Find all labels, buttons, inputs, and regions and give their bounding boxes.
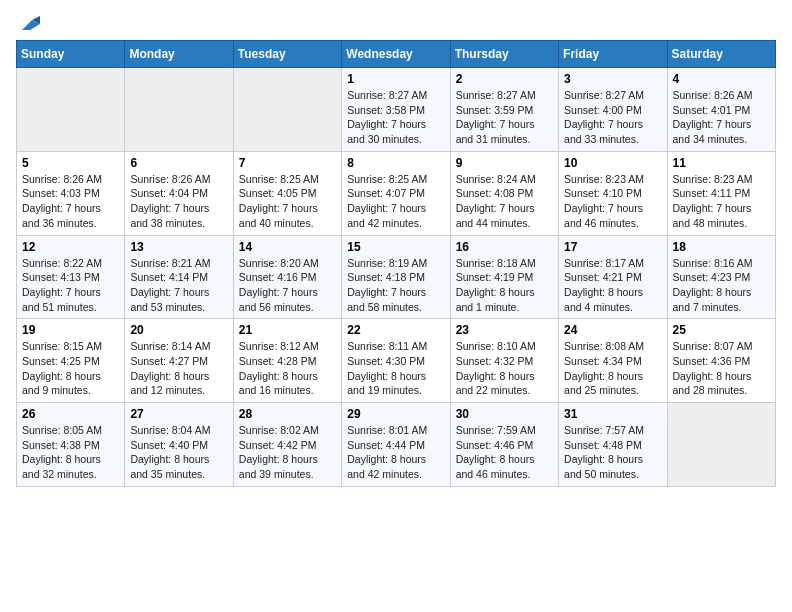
day-number: 19 [22,323,119,337]
day-number: 11 [673,156,770,170]
day-info: Sunrise: 8:04 AMSunset: 4:40 PMDaylight:… [130,423,227,482]
logo-icon [18,16,40,34]
calendar-cell: 7Sunrise: 8:25 AMSunset: 4:05 PMDaylight… [233,151,341,235]
day-number: 23 [456,323,553,337]
calendar-cell: 30Sunrise: 7:59 AMSunset: 4:46 PMDayligh… [450,403,558,487]
calendar-cell: 3Sunrise: 8:27 AMSunset: 4:00 PMDaylight… [559,68,667,152]
calendar-cell: 9Sunrise: 8:24 AMSunset: 4:08 PMDaylight… [450,151,558,235]
calendar-cell: 21Sunrise: 8:12 AMSunset: 4:28 PMDayligh… [233,319,341,403]
header-tuesday: Tuesday [233,41,341,68]
day-number: 25 [673,323,770,337]
calendar-cell: 27Sunrise: 8:04 AMSunset: 4:40 PMDayligh… [125,403,233,487]
calendar-cell: 28Sunrise: 8:02 AMSunset: 4:42 PMDayligh… [233,403,341,487]
day-info: Sunrise: 8:21 AMSunset: 4:14 PMDaylight:… [130,256,227,315]
day-info: Sunrise: 8:15 AMSunset: 4:25 PMDaylight:… [22,339,119,398]
calendar-cell: 10Sunrise: 8:23 AMSunset: 4:10 PMDayligh… [559,151,667,235]
calendar-header: SundayMondayTuesdayWednesdayThursdayFrid… [17,41,776,68]
day-number: 7 [239,156,336,170]
day-number: 8 [347,156,444,170]
calendar-cell: 29Sunrise: 8:01 AMSunset: 4:44 PMDayligh… [342,403,450,487]
day-number: 22 [347,323,444,337]
day-info: Sunrise: 8:26 AMSunset: 4:01 PMDaylight:… [673,88,770,147]
day-info: Sunrise: 8:27 AMSunset: 3:59 PMDaylight:… [456,88,553,147]
day-number: 28 [239,407,336,421]
day-info: Sunrise: 7:57 AMSunset: 4:48 PMDaylight:… [564,423,661,482]
calendar-cell: 16Sunrise: 8:18 AMSunset: 4:19 PMDayligh… [450,235,558,319]
calendar-cell: 17Sunrise: 8:17 AMSunset: 4:21 PMDayligh… [559,235,667,319]
header-sunday: Sunday [17,41,125,68]
day-info: Sunrise: 8:26 AMSunset: 4:04 PMDaylight:… [130,172,227,231]
calendar-cell: 24Sunrise: 8:08 AMSunset: 4:34 PMDayligh… [559,319,667,403]
day-info: Sunrise: 8:08 AMSunset: 4:34 PMDaylight:… [564,339,661,398]
day-info: Sunrise: 8:19 AMSunset: 4:18 PMDaylight:… [347,256,444,315]
day-number: 9 [456,156,553,170]
day-number: 1 [347,72,444,86]
day-number: 30 [456,407,553,421]
day-info: Sunrise: 8:20 AMSunset: 4:16 PMDaylight:… [239,256,336,315]
calendar-cell: 11Sunrise: 8:23 AMSunset: 4:11 PMDayligh… [667,151,775,235]
day-number: 26 [22,407,119,421]
day-info: Sunrise: 8:12 AMSunset: 4:28 PMDaylight:… [239,339,336,398]
calendar-cell: 23Sunrise: 8:10 AMSunset: 4:32 PMDayligh… [450,319,558,403]
day-info: Sunrise: 8:26 AMSunset: 4:03 PMDaylight:… [22,172,119,231]
day-info: Sunrise: 8:14 AMSunset: 4:27 PMDaylight:… [130,339,227,398]
day-number: 21 [239,323,336,337]
week-row-5: 26Sunrise: 8:05 AMSunset: 4:38 PMDayligh… [17,403,776,487]
calendar-cell: 31Sunrise: 7:57 AMSunset: 4:48 PMDayligh… [559,403,667,487]
header-saturday: Saturday [667,41,775,68]
calendar-cell [233,68,341,152]
day-info: Sunrise: 8:24 AMSunset: 4:08 PMDaylight:… [456,172,553,231]
calendar-cell [17,68,125,152]
day-number: 20 [130,323,227,337]
calendar-cell: 22Sunrise: 8:11 AMSunset: 4:30 PMDayligh… [342,319,450,403]
week-row-4: 19Sunrise: 8:15 AMSunset: 4:25 PMDayligh… [17,319,776,403]
day-number: 12 [22,240,119,254]
day-number: 6 [130,156,227,170]
calendar-cell: 14Sunrise: 8:20 AMSunset: 4:16 PMDayligh… [233,235,341,319]
day-info: Sunrise: 8:22 AMSunset: 4:13 PMDaylight:… [22,256,119,315]
calendar-cell: 5Sunrise: 8:26 AMSunset: 4:03 PMDaylight… [17,151,125,235]
day-info: Sunrise: 8:11 AMSunset: 4:30 PMDaylight:… [347,339,444,398]
header-friday: Friday [559,41,667,68]
calendar-cell: 13Sunrise: 8:21 AMSunset: 4:14 PMDayligh… [125,235,233,319]
day-number: 10 [564,156,661,170]
day-info: Sunrise: 8:27 AMSunset: 4:00 PMDaylight:… [564,88,661,147]
calendar-cell [667,403,775,487]
day-number: 14 [239,240,336,254]
logo [16,16,40,30]
header-thursday: Thursday [450,41,558,68]
day-number: 13 [130,240,227,254]
day-number: 24 [564,323,661,337]
day-info: Sunrise: 8:10 AMSunset: 4:32 PMDaylight:… [456,339,553,398]
day-number: 4 [673,72,770,86]
week-row-3: 12Sunrise: 8:22 AMSunset: 4:13 PMDayligh… [17,235,776,319]
header-monday: Monday [125,41,233,68]
week-row-1: 1Sunrise: 8:27 AMSunset: 3:58 PMDaylight… [17,68,776,152]
calendar-cell: 2Sunrise: 8:27 AMSunset: 3:59 PMDaylight… [450,68,558,152]
day-info: Sunrise: 8:02 AMSunset: 4:42 PMDaylight:… [239,423,336,482]
day-number: 29 [347,407,444,421]
day-info: Sunrise: 8:01 AMSunset: 4:44 PMDaylight:… [347,423,444,482]
day-info: Sunrise: 8:25 AMSunset: 4:07 PMDaylight:… [347,172,444,231]
calendar-cell: 8Sunrise: 8:25 AMSunset: 4:07 PMDaylight… [342,151,450,235]
header-wednesday: Wednesday [342,41,450,68]
calendar-cell: 20Sunrise: 8:14 AMSunset: 4:27 PMDayligh… [125,319,233,403]
day-info: Sunrise: 8:17 AMSunset: 4:21 PMDaylight:… [564,256,661,315]
day-number: 31 [564,407,661,421]
calendar-body: 1Sunrise: 8:27 AMSunset: 3:58 PMDaylight… [17,68,776,487]
day-info: Sunrise: 8:18 AMSunset: 4:19 PMDaylight:… [456,256,553,315]
calendar-cell [125,68,233,152]
day-number: 2 [456,72,553,86]
page-header [16,16,776,30]
day-info: Sunrise: 7:59 AMSunset: 4:46 PMDaylight:… [456,423,553,482]
calendar-cell: 26Sunrise: 8:05 AMSunset: 4:38 PMDayligh… [17,403,125,487]
calendar-cell: 1Sunrise: 8:27 AMSunset: 3:58 PMDaylight… [342,68,450,152]
day-number: 16 [456,240,553,254]
calendar-cell: 15Sunrise: 8:19 AMSunset: 4:18 PMDayligh… [342,235,450,319]
day-info: Sunrise: 8:27 AMSunset: 3:58 PMDaylight:… [347,88,444,147]
day-number: 5 [22,156,119,170]
day-info: Sunrise: 8:05 AMSunset: 4:38 PMDaylight:… [22,423,119,482]
calendar-cell: 19Sunrise: 8:15 AMSunset: 4:25 PMDayligh… [17,319,125,403]
day-number: 15 [347,240,444,254]
day-info: Sunrise: 8:25 AMSunset: 4:05 PMDaylight:… [239,172,336,231]
